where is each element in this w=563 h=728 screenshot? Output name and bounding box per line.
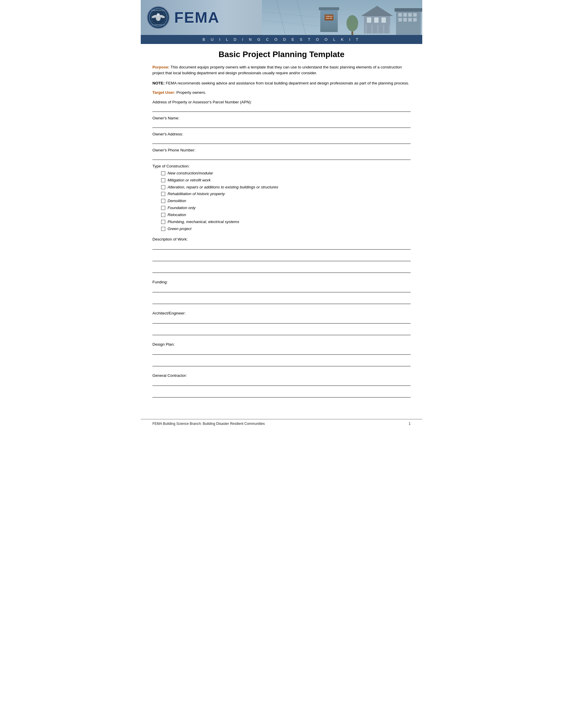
design-plan-line-1[interactable]: [152, 348, 411, 355]
description-lines: [152, 243, 411, 275]
note-block: NOTE: FEMA recommends seeking advice and…: [152, 80, 411, 86]
checkbox-1[interactable]: [161, 178, 165, 182]
svg-rect-23: [377, 25, 379, 33]
construction-option-label: Demolition: [167, 198, 186, 204]
checkbox-2[interactable]: [161, 185, 165, 189]
construction-option-item[interactable]: Plumbing, mechanical, electrical systems: [161, 219, 411, 225]
toolkit-bar: B U I L D I N G C O D E S T O O L K I T: [141, 35, 422, 44]
fema-logo: FEMA: [174, 9, 219, 26]
design-plan-section: Design Plan:: [152, 342, 411, 369]
construction-option-item[interactable]: Rehabilitation of historic property: [161, 191, 411, 197]
general-contractor-line-2[interactable]: [152, 391, 411, 397]
checkbox-7[interactable]: [161, 220, 165, 224]
construction-option-item[interactable]: Demolition: [161, 198, 411, 204]
checkbox-8[interactable]: [161, 227, 165, 231]
funding-line-2[interactable]: [152, 298, 411, 304]
note-text: FEMA recommends seeking advice and assis…: [165, 81, 409, 85]
design-plan-label: Design Plan:: [152, 342, 411, 347]
construction-option-item[interactable]: Green project: [161, 226, 411, 232]
banner-buildings-decoration: TORNADO SHELTER: [262, 0, 422, 35]
construction-options-list: New construction/modularMitigation or re…: [152, 171, 411, 232]
purpose-block: Purpose: This document equips property o…: [152, 64, 411, 76]
construction-option-label: Relocation: [167, 212, 186, 218]
construction-option-item[interactable]: Relocation: [161, 212, 411, 218]
footer-left-text: FEMA Building Science Branch: Building D…: [152, 422, 265, 426]
svg-text:HOMELAND SECURITY: HOMELAND SECURITY: [151, 10, 165, 11]
owners-phone-field: Owner's Phone Number:: [152, 148, 411, 160]
description-line-1[interactable]: [152, 243, 411, 250]
construction-option-item[interactable]: New construction/modular: [161, 171, 411, 176]
checkbox-0[interactable]: [161, 171, 165, 175]
toolkit-label: B U I L D I N G C O D E S T O O L K I T: [202, 37, 361, 42]
description-line-3[interactable]: [152, 266, 411, 273]
svg-rect-30: [395, 8, 422, 12]
main-content: Basic Project Planning Template Purpose:…: [141, 44, 422, 413]
owners-name-field: Owner's Name:: [152, 116, 411, 128]
construction-option-label: Alteration, repairs or additions to exis…: [167, 185, 278, 190]
header-banner: U.S. DEPARTMENT OF HOMELAND SECURITY FEM…: [141, 0, 422, 35]
svg-point-5: [157, 13, 160, 16]
svg-text:U.S. DEPARTMENT OF: U.S. DEPARTMENT OF: [151, 24, 165, 26]
construction-option-label: Mitigation or retrofit work: [167, 178, 211, 183]
design-plan-line-2[interactable]: [152, 360, 411, 366]
target-block: Target User: Property owners.: [152, 90, 411, 95]
architect-section: Architect/Engineer:: [152, 311, 411, 338]
owners-phone-label: Owner's Phone Number:: [152, 148, 411, 152]
svg-point-39: [347, 15, 358, 31]
checkbox-5[interactable]: [161, 206, 165, 210]
svg-rect-24: [383, 25, 384, 33]
svg-rect-15: [319, 7, 339, 10]
svg-rect-38: [413, 18, 417, 22]
architect-label: Architect/Engineer:: [152, 311, 411, 315]
svg-rect-21: [366, 25, 367, 33]
checkbox-3[interactable]: [161, 192, 165, 196]
architect-line-1[interactable]: [152, 317, 411, 324]
general-contractor-line-1[interactable]: [152, 379, 411, 386]
target-label: Target User:: [152, 90, 175, 95]
svg-rect-31: [398, 13, 402, 17]
owners-address-field: Owner's Address:: [152, 132, 411, 144]
address-label: Address of Property or Assessor's Parcel…: [152, 100, 411, 104]
svg-rect-26: [367, 17, 371, 23]
general-contractor-label: General Contractor:: [152, 373, 411, 378]
target-text: Property owners.: [175, 90, 206, 95]
general-contractor-section: General Contractor:: [152, 373, 411, 400]
architect-lines: [152, 317, 411, 338]
purpose-text: This document equips property owners wit…: [152, 65, 402, 75]
document-title: Basic Project Planning Template: [152, 50, 411, 59]
funding-label: Funding:: [152, 280, 411, 284]
purpose-label: Purpose:: [152, 65, 169, 69]
checkbox-4[interactable]: [161, 199, 165, 203]
address-input-line[interactable]: [152, 105, 411, 112]
svg-rect-37: [408, 18, 412, 22]
design-plan-lines: [152, 348, 411, 369]
logo-area: U.S. DEPARTMENT OF HOMELAND SECURITY FEM…: [141, 3, 225, 32]
svg-rect-28: [382, 17, 386, 23]
construction-option-label: Rehabilitation of historic property: [167, 191, 225, 197]
description-line-2[interactable]: [152, 255, 411, 261]
construction-option-label: New construction/modular: [167, 171, 213, 176]
svg-rect-35: [398, 18, 402, 22]
construction-option-label: Plumbing, mechanical, electrical systems: [167, 219, 239, 225]
construction-type-label: Type of Construction:: [152, 164, 411, 168]
description-of-work-section: Description of Work:: [152, 237, 411, 275]
construction-option-item[interactable]: Mitigation or retrofit work: [161, 178, 411, 183]
footer: FEMA Building Science Branch: Building D…: [141, 419, 422, 428]
address-field: Address of Property or Assessor's Parcel…: [152, 100, 411, 112]
construction-option-item[interactable]: Alteration, repairs or additions to exis…: [161, 185, 411, 190]
construction-type-section: Type of Construction: New construction/m…: [152, 164, 411, 232]
construction-option-label: Green project: [167, 226, 191, 232]
checkbox-6[interactable]: [161, 213, 165, 217]
architect-line-2[interactable]: [152, 329, 411, 335]
owners-name-input-line[interactable]: [152, 121, 411, 128]
note-label: NOTE:: [152, 81, 165, 85]
owners-address-input-line[interactable]: [152, 137, 411, 144]
description-label: Description of Work:: [152, 237, 411, 241]
construction-option-item[interactable]: Foundation only: [161, 205, 411, 211]
funding-lines: [152, 286, 411, 306]
funding-line-1[interactable]: [152, 286, 411, 292]
svg-rect-27: [374, 17, 379, 23]
svg-text:SHELTER: SHELTER: [326, 17, 333, 19]
funding-section: Funding:: [152, 280, 411, 306]
owners-phone-input-line[interactable]: [152, 153, 411, 160]
